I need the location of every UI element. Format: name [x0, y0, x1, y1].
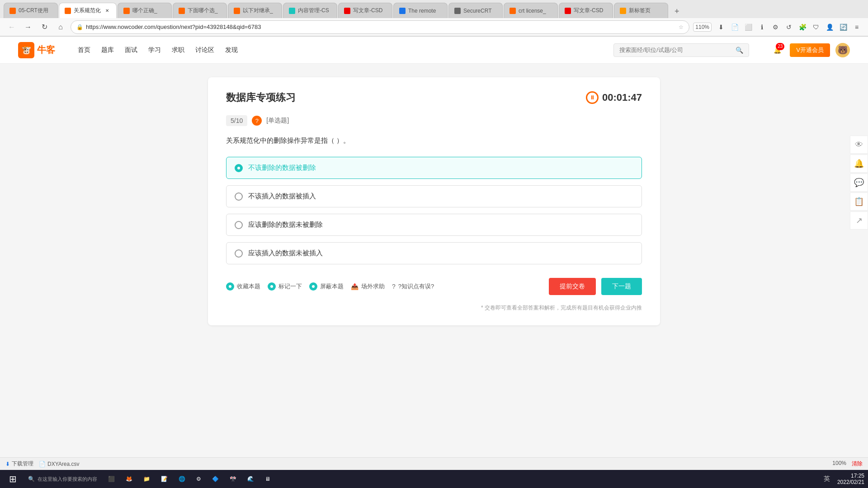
taskbar-search[interactable]: 🔍 在这里输入你要搜索的内容 — [24, 471, 102, 487]
clock-date: 2022/02/21 — [837, 479, 864, 485]
taskbar-explorer[interactable]: 📁 — [139, 471, 155, 487]
wps-icon: 📝 — [161, 476, 168, 482]
download-nav-icon[interactable]: ⬇ — [715, 21, 727, 33]
tab-1[interactable]: 05-CRT使用 — [4, 3, 58, 18]
site-search[interactable]: 🔍 — [613, 43, 749, 57]
nav-jobs[interactable]: 求职 — [172, 44, 184, 56]
nav-discover[interactable]: 发现 — [225, 44, 238, 56]
window-icon[interactable]: ⬜ — [742, 21, 754, 33]
vip-button[interactable]: V开通会员 — [790, 43, 830, 57]
help-action[interactable]: 📤 场外求助 — [351, 282, 385, 291]
option-b[interactable]: 不该插入的数据被插入 — [226, 185, 642, 207]
status-right: 100% 清除 — [832, 460, 863, 468]
tab-close-2[interactable]: ✕ — [104, 7, 111, 14]
zoom-level[interactable]: 110% — [693, 23, 712, 32]
download-status[interactable]: ⬇ 下载管理 — [5, 460, 33, 468]
notification-button[interactable]: 🔔 23 — [770, 43, 784, 57]
extensions-icon[interactable]: 🧩 — [797, 21, 808, 33]
tab-2[interactable]: 关系规范化 ✕ — [59, 3, 117, 18]
tab-5[interactable]: 以下对继承_ — [228, 3, 282, 18]
new-tab-button[interactable]: + — [671, 5, 683, 18]
anime-icon: 🎌 — [230, 476, 236, 482]
start-button[interactable]: ⊞ — [4, 472, 22, 486]
quiz-title: 数据库专项练习 — [226, 91, 296, 104]
sync-icon[interactable]: 🔄 — [837, 21, 849, 33]
collect-action[interactable]: 收藏本题 — [226, 282, 260, 291]
taskbar-terminal[interactable]: 🖥 — [260, 471, 275, 487]
taskbar-search-label: 在这里输入你要搜索的内容 — [38, 476, 97, 483]
taskbar-vscode[interactable]: 🔷 — [208, 471, 223, 487]
tab-6[interactable]: 内容管理-CS — [283, 3, 337, 18]
tab-7[interactable]: 写文章-CSD — [338, 3, 392, 18]
sidebar-card-icon[interactable]: 📋 — [850, 192, 868, 211]
question-text: 关系规范化中的删除操作异常是指（ ）。 — [226, 135, 642, 146]
main-container: 数据库专项练习 ⏸ 00:01:47 5/10 ? [单选题] 关系规范化中的删… — [199, 64, 669, 339]
tab-4[interactable]: 下面哪个选_ — [173, 3, 227, 18]
taskbar-chrome[interactable]: 🌐 — [174, 471, 190, 487]
nav-discuss[interactable]: 讨论区 — [195, 44, 214, 56]
help-label: 场外求助 — [361, 282, 385, 291]
taskbar-task-view[interactable]: ⬛ — [104, 471, 119, 487]
taskbar-wps[interactable]: 📝 — [156, 471, 172, 487]
question-type-badge[interactable]: ? — [252, 116, 262, 126]
search-icon[interactable]: 🔍 — [736, 47, 743, 54]
nav-interview[interactable]: 面试 — [125, 44, 137, 56]
radio-a — [235, 164, 243, 172]
tab-12[interactable]: 新标签页 — [614, 3, 668, 18]
tab-favicon-8 — [399, 8, 406, 14]
mark-action[interactable]: 标记一下 — [268, 282, 302, 291]
reader-icon[interactable]: 📄 — [729, 21, 741, 33]
sidebar-eye-icon[interactable]: 👁 — [850, 136, 868, 154]
option-d[interactable]: 应该插入的数据未被插入 — [226, 242, 642, 264]
pause-icon[interactable]: ⏸ — [586, 91, 599, 104]
user-avatar[interactable]: 🐻 — [835, 43, 850, 57]
tab-3[interactable]: 哪个正确_ — [118, 3, 172, 18]
tab-favicon-5 — [234, 8, 240, 14]
tab-8[interactable]: The remote — [393, 3, 448, 18]
forward-button[interactable]: → — [22, 21, 34, 33]
next-button[interactable]: 下一题 — [601, 278, 642, 295]
shield-icon[interactable]: 🛡 — [810, 21, 822, 33]
sidebar-chat-icon[interactable]: 💬 — [850, 174, 868, 192]
sidebar-bell-icon[interactable]: 🔔 — [850, 155, 868, 173]
user-icon[interactable]: 👤 — [824, 21, 835, 33]
nav-questions[interactable]: 题库 — [101, 44, 114, 56]
home-button[interactable]: ⌂ — [54, 21, 67, 33]
site-logo[interactable]: 🐮 牛客 — [18, 42, 55, 58]
reload-button[interactable]: ↻ — [38, 21, 51, 33]
nav-learn[interactable]: 学习 — [148, 44, 161, 56]
sidebar-share-icon[interactable]: ↗ — [850, 211, 868, 230]
taskbar-settings[interactable]: ⚙ — [192, 471, 206, 487]
option-a[interactable]: 不该删除的数据被删除 — [226, 157, 642, 179]
lang-icon[interactable]: 英 — [824, 475, 830, 483]
nav-home[interactable]: 首页 — [78, 44, 90, 56]
taskbar-edge[interactable]: 🌊 — [243, 471, 259, 487]
info-icon[interactable]: ℹ — [756, 21, 768, 33]
question-type: [单选题] — [266, 117, 289, 125]
tab-9[interactable]: SecureCRT — [448, 3, 503, 18]
tab-10[interactable]: crt license_ — [504, 3, 558, 18]
taskbar-firefox[interactable]: 🦊 — [121, 471, 137, 487]
search-input[interactable] — [619, 47, 736, 53]
logo-text: 牛客 — [37, 44, 55, 56]
tab-label-5: 以下对继承_ — [243, 7, 273, 14]
submit-button[interactable]: 提前交卷 — [549, 278, 596, 295]
tab-11[interactable]: 写文章-CSD — [559, 3, 613, 18]
settings-icon[interactable]: ⚙ — [769, 21, 781, 33]
block-action[interactable]: 屏蔽本题 — [309, 282, 344, 291]
mark-dot — [268, 282, 276, 291]
taskbar-anime[interactable]: 🎌 — [225, 471, 241, 487]
option-text-b: 不该插入的数据被插入 — [248, 192, 316, 201]
bookmark-icon[interactable]: ☆ — [679, 24, 684, 30]
error-action[interactable]: ? ?知识点有误? — [392, 282, 434, 291]
block-label: 屏蔽本题 — [320, 282, 344, 291]
clear-button[interactable]: 清除 — [852, 460, 863, 468]
option-c[interactable]: 应该删除的数据未被删除 — [226, 214, 642, 236]
menu-icon[interactable]: ≡ — [851, 21, 863, 33]
browser-chrome: 05-CRT使用 关系规范化 ✕ 哪个正确_ 下面哪个选_ 以下对继承_ 内容管… — [0, 0, 868, 37]
radio-b — [235, 192, 243, 201]
history-icon[interactable]: ↺ — [783, 21, 795, 33]
back-button[interactable]: ← — [5, 21, 18, 33]
search-taskbar-icon: 🔍 — [28, 476, 35, 482]
address-bar[interactable]: 🔒 https://www.nowcoder.com/question/next… — [71, 20, 689, 34]
